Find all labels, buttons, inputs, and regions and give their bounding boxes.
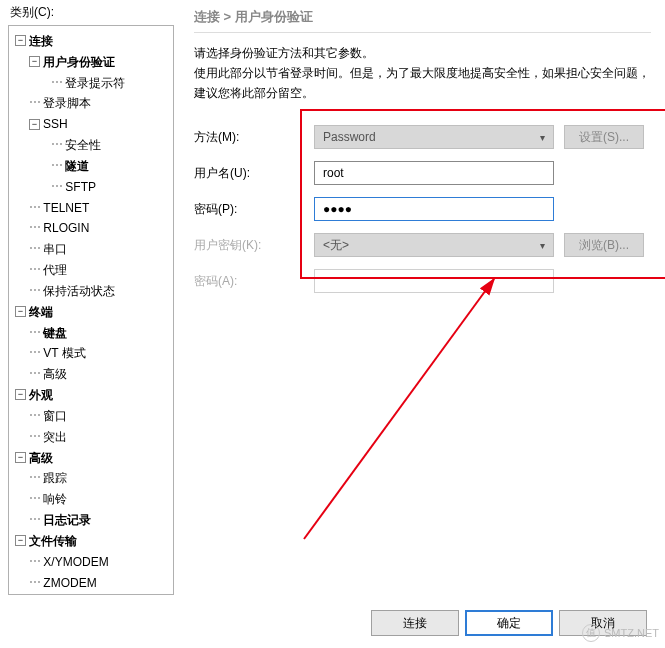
auth-form: 方法(M): Password ▾ 设置(S)... 用户名(U): 密码(P)… [194, 119, 651, 299]
chevron-down-icon: ▾ [540, 240, 545, 251]
ok-button[interactable]: 确定 [465, 610, 553, 636]
tree-user-auth[interactable]: −用户身份验证 [11, 51, 171, 72]
tree-security[interactable]: ⋯ 安全性 [11, 134, 171, 155]
password2-input [314, 269, 554, 293]
tree-highlight[interactable]: ⋯ 突出 [11, 426, 171, 447]
category-tree[interactable]: −连接 −用户身份验证 ⋯ 登录提示符 ⋯ 登录脚本 −SSH ⋯ 安全性 ⋯ … [8, 25, 174, 595]
tree-ssh[interactable]: −SSH [11, 113, 171, 134]
tree-serial[interactable]: ⋯ 串口 [11, 238, 171, 259]
tree-proxy[interactable]: ⋯ 代理 [11, 259, 171, 280]
watermark-text: SMTZ.NET [604, 627, 659, 639]
breadcrumb: 连接 > 用户身份验证 [194, 8, 651, 26]
method-label: 方法(M): [194, 129, 314, 146]
collapse-icon[interactable]: − [29, 119, 40, 130]
tree-zmodem[interactable]: ⋯ ZMODEM [11, 572, 171, 593]
tree-appearance[interactable]: −外观 [11, 384, 171, 405]
chevron-down-icon: ▾ [540, 132, 545, 143]
userkey-dropdown: <无> ▾ [314, 233, 554, 257]
annotation-arrow [294, 269, 514, 549]
tree-trace[interactable]: ⋯ 跟踪 [11, 467, 171, 488]
tree-connection[interactable]: −连接 [11, 30, 171, 51]
category-label: 类别(C): [10, 4, 176, 21]
tree-terminal[interactable]: −终端 [11, 301, 171, 322]
password2-label: 密码(A): [194, 273, 314, 290]
tree-keepalive[interactable]: ⋯ 保持活动状态 [11, 280, 171, 301]
password-label: 密码(P): [194, 201, 314, 218]
tree-sftp[interactable]: ⋯ SFTP [11, 176, 171, 197]
tree-bell[interactable]: ⋯ 响铃 [11, 488, 171, 509]
tree-advanced-grp[interactable]: −高级 [11, 447, 171, 468]
tree-xymodem[interactable]: ⋯ X/YMODEM [11, 551, 171, 572]
tree-login-script[interactable]: ⋯ 登录脚本 [11, 92, 171, 113]
collapse-icon[interactable]: − [15, 535, 26, 546]
collapse-icon[interactable]: − [15, 35, 26, 46]
watermark-icon: 值 [582, 624, 600, 642]
username-input[interactable] [314, 161, 554, 185]
method-dropdown[interactable]: Password ▾ [314, 125, 554, 149]
collapse-icon[interactable]: − [29, 56, 40, 67]
collapse-icon[interactable]: − [15, 389, 26, 400]
tree-login-prompt[interactable]: ⋯ 登录提示符 [11, 72, 171, 93]
password-input[interactable] [314, 197, 554, 221]
tree-tunnel[interactable]: ⋯ 隧道 [11, 155, 171, 176]
tree-advanced-term[interactable]: ⋯ 高级 [11, 363, 171, 384]
collapse-icon[interactable]: − [15, 306, 26, 317]
browse-button: 浏览(B)... [564, 233, 644, 257]
tree-telnet[interactable]: ⋯ TELNET [11, 197, 171, 218]
method-value: Password [323, 130, 376, 144]
settings-button: 设置(S)... [564, 125, 644, 149]
tree-vtmode[interactable]: ⋯ VT 模式 [11, 342, 171, 363]
connect-button[interactable]: 连接 [371, 610, 459, 636]
svg-line-0 [304, 279, 494, 539]
desc-line2: 使用此部分以节省登录时间。但是，为了最大限度地提高安全性，如果担心安全问题，建议… [194, 63, 651, 103]
tree-window[interactable]: ⋯ 窗口 [11, 405, 171, 426]
tree-logging[interactable]: ⋯ 日志记录 [11, 509, 171, 530]
username-label: 用户名(U): [194, 165, 314, 182]
tree-rlogin[interactable]: ⋯ RLOGIN [11, 217, 171, 238]
desc-line1: 请选择身份验证方法和其它参数。 [194, 43, 651, 63]
userkey-label: 用户密钥(K): [194, 237, 314, 254]
tree-keyboard[interactable]: ⋯ 键盘 [11, 322, 171, 343]
tree-file-transfer[interactable]: −文件传输 [11, 530, 171, 551]
userkey-value: <无> [323, 237, 349, 254]
watermark: 值 SMTZ.NET [582, 624, 659, 642]
collapse-icon[interactable]: − [15, 452, 26, 463]
